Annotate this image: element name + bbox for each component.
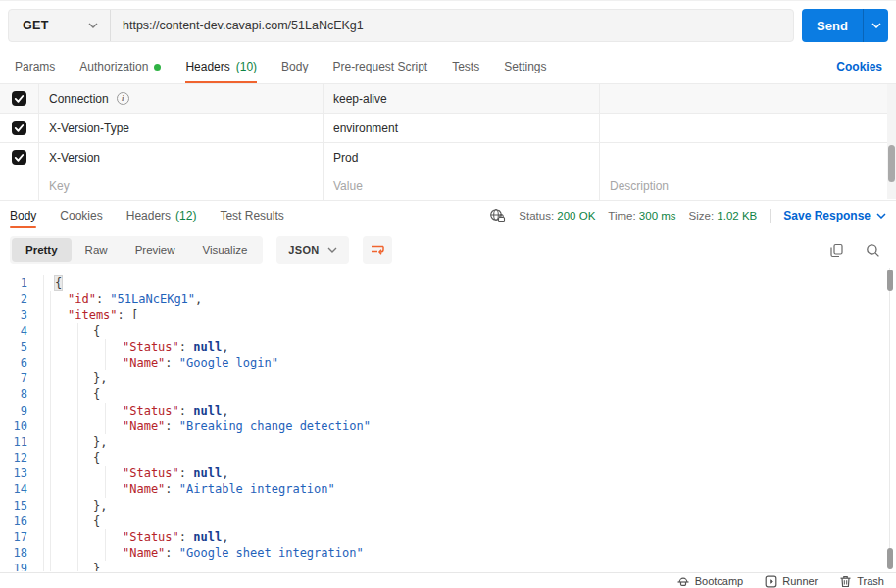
code-line: 17"Status": null,: [0, 529, 883, 545]
code-token: "Google sheet integration": [179, 546, 364, 560]
method-label: GET: [23, 19, 49, 32]
bootcamp-icon: [676, 575, 690, 588]
code-line: 19}: [0, 561, 883, 571]
code-token: "Google login": [179, 356, 278, 369]
copy-icon: [829, 243, 844, 258]
tab-authorization[interactable]: Authorization: [79, 54, 161, 83]
tab-headers[interactable]: Headers (10): [185, 54, 257, 83]
table-scrollbar-thumb[interactable]: [888, 145, 895, 182]
code-text: "Status": null,: [43, 529, 883, 545]
request-url-row: GET https://content-dev.cavapi.com/51LaN…: [8, 9, 888, 42]
code-lines: 1{2"id": "51LaNcEKg1",3"items": [4{5"Sta…: [0, 275, 883, 571]
check-icon: [13, 92, 25, 105]
table-row[interactable]: Connection i keep-alive: [0, 84, 896, 114]
trash-button[interactable]: Trash: [839, 575, 884, 588]
code-text: "id": "51LaNcEKg1",: [43, 291, 883, 307]
response-tab-cookies[interactable]: Cookies: [60, 201, 102, 230]
line-number: 8: [0, 386, 43, 402]
code-line: 5"Status": null,: [0, 339, 883, 355]
view-tab-pretty[interactable]: Pretty: [12, 238, 72, 262]
indent-guide: [50, 450, 51, 466]
row-checkbox-checked[interactable]: [12, 150, 26, 165]
save-response-button[interactable]: Save Response: [783, 209, 886, 222]
indent-guide: [50, 498, 51, 514]
tab-tests[interactable]: Tests: [452, 54, 479, 83]
tab-settings[interactable]: Settings: [504, 54, 546, 83]
table-row-empty[interactable]: Key Value Description: [0, 172, 896, 201]
view-tab-visualize[interactable]: Visualize: [189, 238, 262, 262]
bootcamp-button[interactable]: Bootcamp: [676, 575, 744, 588]
size-value: 1.02 KB: [717, 210, 757, 221]
cookies-link[interactable]: Cookies: [836, 60, 882, 83]
code-line: 13"Status": null,: [0, 466, 883, 481]
send-options-button[interactable]: [863, 9, 888, 42]
api-client-window: GET https://content-dev.cavapi.com/51LaN…: [0, 0, 896, 588]
code-token: null: [193, 466, 222, 480]
response-tab-body[interactable]: Body: [10, 201, 36, 230]
line-number: 9: [0, 403, 43, 418]
table-row[interactable]: X-Version Prod: [0, 143, 896, 172]
code-token: "Name": [123, 356, 165, 369]
send-button[interactable]: Send: [802, 9, 863, 42]
response-headers-count-badge: (12): [175, 209, 196, 222]
indent-guide: [105, 355, 106, 370]
code-text: "Status": null,: [43, 403, 883, 418]
response-status-group: Status: 200 OK Time: 300 ms Size: 1.02 K…: [489, 208, 886, 223]
response-tab-test-results[interactable]: Test Results: [220, 201, 283, 230]
indent-guide: [50, 561, 51, 571]
code-scrollbar-thumb[interactable]: [887, 548, 893, 569]
code-token: :: [179, 340, 193, 354]
code-token: :: [165, 482, 178, 496]
search-button[interactable]: [866, 243, 880, 258]
row-checkbox-checked[interactable]: [12, 121, 26, 135]
code-token: "Name": [123, 419, 165, 433]
code-line: 8{: [0, 386, 883, 402]
code-token: "Name": [123, 482, 165, 496]
code-token: "51LaNcEKg1": [110, 292, 195, 306]
response-tab-headers[interactable]: Headers (12): [126, 201, 197, 230]
wrap-lines-button[interactable]: [363, 236, 392, 264]
header-value: Prod: [333, 151, 358, 165]
row-checkbox-checked[interactable]: [12, 91, 26, 106]
code-text: {: [43, 275, 883, 291]
runner-button[interactable]: Runner: [765, 575, 818, 588]
code-token: :: [179, 404, 193, 417]
code-line: 18"Name": "Google sheet integration": [0, 545, 883, 561]
header-value: keep-alive: [333, 92, 387, 106]
code-line: 4{: [0, 323, 883, 339]
indent-guide: [50, 418, 51, 434]
send-button-group: Send: [802, 9, 888, 42]
code-scrollbar-thumb[interactable]: [887, 270, 893, 291]
code-token: {: [93, 451, 100, 465]
view-tab-preview[interactable]: Preview: [122, 238, 189, 262]
chevron-down-icon: [876, 213, 886, 219]
tab-params[interactable]: Params: [15, 54, 55, 83]
indent-guide: [77, 529, 78, 545]
view-tab-raw[interactable]: Raw: [72, 238, 122, 262]
code-token: "Status": [123, 466, 179, 480]
format-dropdown[interactable]: JSON: [276, 236, 348, 264]
method-dropdown[interactable]: GET: [9, 10, 111, 41]
code-editor[interactable]: 1{2"id": "51LaNcEKg1",3"items": [4{5"Sta…: [0, 273, 883, 571]
code-line: 11},: [0, 434, 883, 450]
tab-body[interactable]: Body: [281, 54, 308, 83]
table-scrollbar-track[interactable]: [887, 84, 896, 199]
code-token: "Status": [123, 340, 179, 354]
tab-prerequest-script[interactable]: Pre-request Script: [332, 54, 427, 83]
code-token: :: [165, 356, 178, 369]
code-text: "Name": "Google sheet integration": [43, 545, 883, 561]
indent-guide: [77, 434, 78, 450]
table-row[interactable]: X-Version-Type environment: [0, 114, 896, 143]
code-scrollbar-track[interactable]: [889, 268, 890, 569]
code-line: 15},: [0, 498, 883, 514]
code-token: :: [179, 466, 193, 480]
headers-count-badge: (10): [236, 60, 257, 74]
code-text: {: [43, 450, 883, 466]
code-token: ,: [195, 292, 202, 306]
code-token: null: [193, 530, 222, 544]
url-input[interactable]: https://content-dev.cavapi.com/51LaNcEKg…: [111, 19, 364, 32]
time-value: 300 ms: [639, 210, 676, 221]
line-number: 2: [0, 291, 43, 307]
line-number: 14: [0, 481, 43, 497]
copy-button[interactable]: [829, 243, 844, 258]
